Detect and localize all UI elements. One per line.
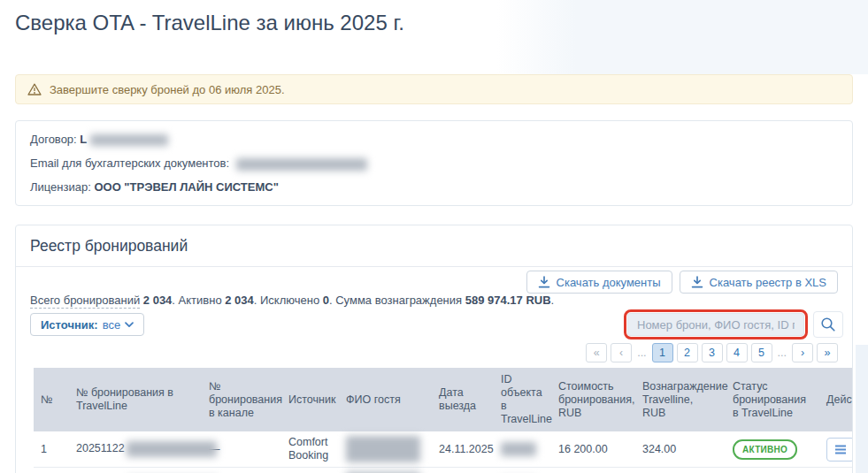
table-header-row: № № бронирования в TravelLine № брониров… [34,368,853,431]
pagination-last-button[interactable]: » [817,343,838,362]
col-header-num: № [34,368,69,431]
table-row: 2 20251031 — Comfort Booking 02.11.2025 … [34,468,853,473]
bookings-summary: Всего бронирований 2 034. Активно 2 034.… [30,294,843,308]
chevron-down-icon [125,322,134,328]
filter-search-row: Источник: все [30,309,843,339]
cell-guest-name [339,431,432,468]
summary-active-value: 2 034 [222,294,254,307]
menu-icon [834,445,847,454]
download-documents-label: Скачать документы [557,276,661,289]
cell-cost: 19 040.00 [551,468,635,473]
contract-label: Договор: [30,133,80,146]
pagination: « ‹ ... 1 2 3 4 5 ... › » [30,343,843,362]
cell-num: 2 [34,468,69,473]
search-group [624,309,843,339]
cell-booking-tl: 20251031 [69,468,202,473]
warning-icon [27,83,42,95]
source-filter-value: все [103,318,121,332]
cell-checkout-date: 24.11.2025 [432,431,494,468]
cell-object-id [494,431,551,468]
registry-body: Скачать документы Скачать реестр в XLS В… [16,271,852,473]
pagination-page-4[interactable]: 4 [726,343,748,362]
col-header-object-id: ID объекта в TravelLine [494,368,551,431]
email-line: Email для бухгалтерских документов: [30,151,838,175]
licensor-line: Лицензиар: ООО "ТРЭВЕЛ ЛАЙН СИСТЕМС" [30,175,838,199]
col-header-cost: Стоимость бронирования, RUB [551,368,635,431]
cell-action [819,468,853,473]
download-icon [691,276,703,288]
search-input[interactable] [627,313,804,336]
summary-active-label: . Активно [172,294,221,307]
download-buttons-row: Скачать документы Скачать реестр в XLS [30,271,843,294]
contract-value: L [80,133,87,146]
summary-total-label: Всего бронирований [30,294,140,309]
main-content: Сверка OTA - TravelLine за июнь 2025 г. … [0,11,868,473]
licensor-value: ООО "ТРЭВЕЛ ЛАЙН СИСТЕМС" [94,180,278,194]
col-header-guest-name: ФИО гостя [339,368,432,431]
row-actions-button[interactable] [826,438,853,462]
cell-booking-channel: — [202,468,281,473]
highlight-annotation [624,309,808,339]
summary-total-value: 2 034 [140,294,172,307]
col-header-reward: Вознаграждение Travelline, RUB [635,368,726,431]
status-badge: АКТИВНО [733,439,797,460]
pagination-first-button[interactable]: « [586,343,607,362]
page-title: Сверка OTA - TravelLine за июнь 2025 г. [15,11,853,35]
cell-status: АКТИВНО [726,468,819,473]
cell-source: Comfort Booking [281,468,339,473]
cell-status: АКТИВНО [726,431,819,468]
cell-guest-name [339,468,432,473]
pagination-prev-button[interactable]: ‹ [611,343,632,362]
download-xls-button[interactable]: Скачать реестр в XLS [680,271,838,294]
email-value-redacted [236,158,367,171]
table-row: 1 20251122 — Comfort Booking 24.11.2025 … [34,431,853,468]
summary-reward-label: . Сумма вознаграждения [329,294,462,307]
cell-num: 1 [34,431,69,468]
cell-action [819,431,853,468]
pagination-ellipsis: ... [776,343,788,362]
cell-checkout-date: 02.11.2025 [432,468,494,473]
contract-info-card: Договор: L Email для бухгалтерских докум… [15,120,853,206]
summary-excluded-value: 0 [319,294,329,307]
col-header-booking-tl: № бронирования в TravelLine [69,368,202,431]
source-filter-button[interactable]: Источник: все [30,313,144,336]
search-icon [820,317,836,332]
cell-reward: 324.00 [635,431,726,468]
email-label: Email для бухгалтерских документов: [30,156,233,170]
cell-object-id [494,468,551,473]
col-header-action: Действие [819,368,853,431]
col-header-status: Статус бронирования в TravelLine [726,368,819,431]
warning-banner: Завершите сверку броней до 06 июля 2025. [15,74,853,104]
cell-booking-tl: 20251122 [69,431,202,468]
cell-cost: 16 200.00 [551,431,635,468]
contract-value-redacted [90,134,168,146]
source-filter-label: Источник: [41,318,98,332]
col-header-checkout-date: Дата выезда [432,368,494,431]
pagination-page-1[interactable]: 1 [652,343,673,362]
pagination-page-2[interactable]: 2 [677,343,698,362]
object-id-redacted [501,442,536,456]
summary-reward-value: 589 974.17 RUB [462,294,550,307]
registry-card: Реестр бронирований Скачать документы [15,225,853,473]
download-icon [538,276,550,288]
pagination-page-3[interactable]: 3 [702,343,723,362]
pagination-page-5[interactable]: 5 [751,343,772,362]
licensor-label: Лицензиар: [30,180,94,194]
search-button[interactable] [813,311,843,338]
booking-number-redacted [127,441,217,457]
summary-excluded-label: . Исключено [254,294,319,307]
bookings-table: № № бронирования в TravelLine № брониров… [34,368,853,473]
guest-name-redacted [346,436,420,462]
warning-text: Завершите сверку броней до 06 июля 2025. [50,83,285,96]
pagination-next-button[interactable]: › [792,343,813,362]
registry-title: Реестр бронирований [16,225,852,267]
summary-period: . [551,294,555,307]
contract-line: Договор: L [30,127,838,151]
download-xls-label: Скачать реестр в XLS [710,276,826,289]
col-header-booking-channel: № бронирования в канале [202,368,281,431]
col-header-source: Источник [281,368,339,431]
cell-source: Comfort Booking [281,431,339,468]
download-documents-button[interactable]: Скачать документы [526,271,672,294]
pagination-ellipsis: ... [635,343,648,362]
cell-reward: 380.80 [635,468,726,473]
